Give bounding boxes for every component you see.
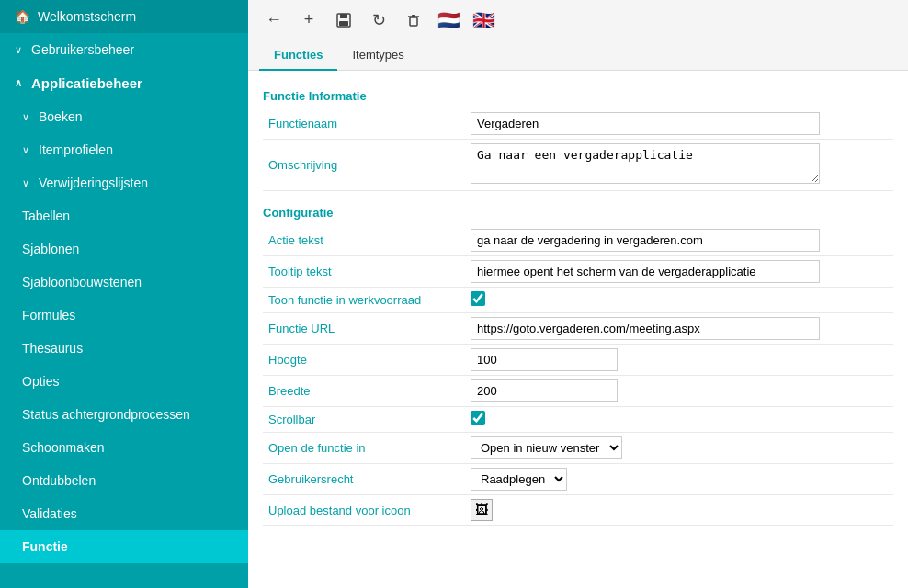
- hoogte-input[interactable]: [471, 348, 618, 371]
- tab-itemtypes[interactable]: Itemtypes: [337, 40, 418, 71]
- flag-nl-button[interactable]: 🇳🇱: [434, 6, 463, 35]
- sidebar-item-gebruikersbeheer[interactable]: ∨ Gebruikersbeheer: [0, 33, 248, 66]
- scrollbar-label: Scrollbar: [263, 407, 465, 433]
- main-content: ← + ↻ 🇳🇱 🇬🇧 Functies Itemtypes: [248, 0, 908, 588]
- svg-rect-3: [410, 17, 417, 26]
- sidebar-itemprofielen-label: Itemprofielen: [39, 142, 113, 157]
- svg-rect-5: [412, 15, 415, 17]
- sidebar-gebruikersbeheer-label: Gebruikersbeheer: [31, 42, 134, 57]
- breedte-label: Breedte: [263, 376, 465, 407]
- functie-url-label: Functie URL: [263, 313, 465, 345]
- open-functie-select[interactable]: Open in nieuw venster Open in huidig ven…: [471, 436, 622, 459]
- welcome-icon: 🏠: [15, 9, 30, 24]
- actie-tekst-input[interactable]: [471, 229, 820, 252]
- form-content: Functie Informatie Functienaam Omschrijv…: [248, 71, 908, 588]
- sidebar-item-ontdubbelen[interactable]: Ontdubbelen: [0, 464, 248, 497]
- sidebar-item-applicatiebeheer[interactable]: ∧ Applicatiebeheer: [0, 66, 248, 100]
- chevron-down-icon-boeken: ∨: [22, 111, 29, 123]
- toolbar: ← + ↻ 🇳🇱 🇬🇧: [248, 0, 908, 40]
- gebruikersrecht-row: Gebruikersrecht Raadplegen Bewerken Behe…: [263, 464, 893, 495]
- functie-informatie-title: Functie Informatie: [263, 89, 893, 103]
- back-button[interactable]: ←: [259, 6, 289, 35]
- sidebar-schoonmaken-label: Schoonmaken: [22, 440, 105, 455]
- omschrijving-input[interactable]: [471, 143, 820, 184]
- tooltip-tekst-input[interactable]: [471, 260, 820, 283]
- sidebar: 🏠 Welkomstscherm ∨ Gebruikersbeheer ∧ Ap…: [0, 0, 248, 588]
- sidebar-functie-label: Functie: [22, 539, 68, 554]
- chevron-down-icon-verwijderingslijsten: ∨: [22, 177, 29, 189]
- toon-functie-label: Toon functie in werkvoorraad: [263, 288, 465, 313]
- functie-url-input[interactable]: [471, 317, 820, 340]
- gebruikersrecht-select[interactable]: Raadplegen Bewerken Beheren: [471, 468, 567, 491]
- gebruikersrecht-label: Gebruikersrecht: [263, 464, 465, 495]
- functienaam-input[interactable]: [471, 112, 820, 135]
- omschrijving-row: Omschrijving: [263, 140, 893, 191]
- sidebar-item-sjablonen[interactable]: Sjablonen: [0, 232, 248, 266]
- sidebar-item-functie[interactable]: Functie: [0, 530, 248, 563]
- upload-icon[interactable]: 🖼: [471, 499, 493, 521]
- toon-functie-checkbox[interactable]: [471, 291, 485, 306]
- sidebar-item-schoonmaken[interactable]: Schoonmaken: [0, 431, 248, 464]
- sidebar-sjablonen-label: Sjablonen: [22, 242, 79, 256]
- configuratie-title: Configuratie: [263, 206, 893, 220]
- sidebar-item-welcome[interactable]: 🏠 Welkomstscherm: [0, 0, 248, 33]
- sidebar-item-thesaurus[interactable]: Thesaurus: [0, 332, 248, 365]
- sidebar-tabellen-label: Tabellen: [22, 209, 70, 223]
- tooltip-tekst-row: Tooltip tekst: [263, 256, 893, 288]
- undo-button[interactable]: ↻: [364, 6, 393, 35]
- functienaam-row: Functienaam: [263, 108, 893, 140]
- upload-label: Upload bestand voor icoon: [263, 495, 465, 526]
- sidebar-verwijderingslijsten-label: Verwijderingslijsten: [39, 175, 148, 190]
- functie-url-row: Functie URL: [263, 313, 893, 345]
- save-button[interactable]: [329, 6, 358, 35]
- sidebar-item-opties[interactable]: Opties: [0, 365, 248, 398]
- sidebar-boeken-label: Boeken: [39, 109, 82, 124]
- flag-gb-button[interactable]: 🇬🇧: [469, 6, 498, 35]
- breedte-input[interactable]: [471, 379, 618, 402]
- open-functie-label: Open de functie in: [263, 433, 465, 464]
- sidebar-item-validaties[interactable]: Validaties: [0, 497, 248, 530]
- sidebar-validaties-label: Validaties: [22, 506, 77, 521]
- sidebar-item-boeken[interactable]: ∨ Boeken: [0, 100, 248, 133]
- chevron-down-icon-itemprofielen: ∨: [22, 144, 29, 156]
- toon-functie-row: Toon functie in werkvoorraad: [263, 288, 893, 313]
- breedte-row: Breedte: [263, 376, 893, 407]
- svg-rect-1: [340, 14, 347, 18]
- sidebar-status-label: Status achtergrondprocessen: [22, 407, 190, 422]
- tab-functies[interactable]: Functies: [259, 40, 337, 71]
- sidebar-item-itemprofielen[interactable]: ∨ Itemprofielen: [0, 133, 248, 166]
- delete-button[interactable]: [399, 6, 428, 35]
- svg-rect-2: [339, 21, 348, 26]
- hoogte-row: Hoogte: [263, 345, 893, 376]
- sidebar-applicatiebeheer-label: Applicatiebeheer: [31, 75, 142, 91]
- functienaam-label: Functienaam: [263, 108, 465, 140]
- omschrijving-label: Omschrijving: [263, 140, 465, 191]
- sidebar-thesaurus-label: Thesaurus: [22, 341, 83, 356]
- actie-tekst-row: Actie tekst: [263, 225, 893, 256]
- sidebar-formules-label: Formules: [22, 308, 75, 322]
- functie-informatie-table: Functienaam Omschrijving: [263, 108, 893, 191]
- sidebar-item-status[interactable]: Status achtergrondprocessen: [0, 398, 248, 431]
- open-functie-row: Open de functie in Open in nieuw venster…: [263, 433, 893, 464]
- sidebar-item-tabellen[interactable]: Tabellen: [0, 199, 248, 232]
- add-button[interactable]: +: [294, 6, 323, 35]
- sidebar-item-sjabloonbouwstenen[interactable]: Sjabloonbouwstenen: [0, 266, 248, 299]
- sidebar-opties-label: Opties: [22, 374, 59, 389]
- configuratie-table: Actie tekst Tooltip tekst Toon functie i…: [263, 225, 893, 526]
- sidebar-item-verwijderingslijsten[interactable]: ∨ Verwijderingslijsten: [0, 166, 248, 199]
- sidebar-sjabloonbouwstenen-label: Sjabloonbouwstenen: [22, 275, 142, 289]
- upload-row: Upload bestand voor icoon 🖼: [263, 495, 893, 526]
- sidebar-welcome-label: Welkomstscherm: [38, 9, 136, 24]
- chevron-up-icon: ∧: [15, 77, 22, 89]
- chevron-down-icon: ∨: [15, 44, 22, 56]
- sidebar-ontdubbelen-label: Ontdubbelen: [22, 473, 96, 488]
- tabs-bar: Functies Itemtypes: [248, 40, 908, 71]
- scrollbar-checkbox[interactable]: [471, 411, 485, 425]
- actie-tekst-label: Actie tekst: [263, 225, 465, 256]
- scrollbar-row: Scrollbar: [263, 407, 893, 433]
- sidebar-item-formules[interactable]: Formules: [0, 299, 248, 332]
- tooltip-tekst-label: Tooltip tekst: [263, 256, 465, 288]
- hoogte-label: Hoogte: [263, 345, 465, 376]
